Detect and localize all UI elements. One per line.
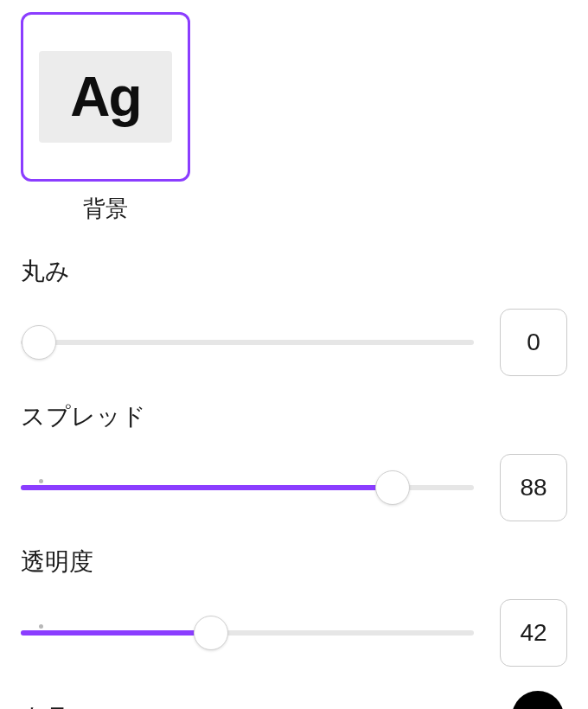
slider-handle[interactable] bbox=[194, 616, 228, 650]
slider-tick bbox=[39, 479, 43, 483]
color-label: カラー bbox=[21, 700, 95, 709]
spread-value-input[interactable]: 88 bbox=[500, 454, 567, 521]
roundness-label: 丸み bbox=[21, 255, 567, 288]
slider-handle[interactable] bbox=[22, 325, 56, 360]
slider-fill bbox=[21, 630, 211, 636]
spread-label: スプレッド bbox=[21, 400, 567, 433]
slider-track bbox=[21, 340, 474, 345]
roundness-value-input[interactable]: 0 bbox=[500, 309, 567, 376]
slider-tick bbox=[39, 624, 43, 629]
opacity-slider[interactable] bbox=[21, 614, 474, 652]
background-style-thumbnail[interactable]: Ag bbox=[21, 12, 190, 182]
roundness-control: 丸み 0 bbox=[21, 255, 567, 376]
color-swatch[interactable] bbox=[512, 691, 564, 709]
opacity-control: 透明度 42 bbox=[21, 546, 567, 667]
opacity-label: 透明度 bbox=[21, 546, 567, 578]
thumbnail-sample-text: Ag bbox=[70, 65, 140, 129]
thumbnail-label: 背景 bbox=[83, 194, 128, 224]
opacity-value-input[interactable]: 42 bbox=[500, 599, 567, 667]
slider-fill bbox=[21, 485, 393, 490]
thumbnail-preview: Ag bbox=[39, 51, 172, 143]
slider-handle[interactable] bbox=[375, 470, 410, 505]
color-control: カラー bbox=[21, 691, 567, 709]
roundness-slider[interactable] bbox=[21, 323, 474, 361]
spread-slider[interactable] bbox=[21, 469, 474, 507]
spread-control: スプレッド 88 bbox=[21, 400, 567, 521]
